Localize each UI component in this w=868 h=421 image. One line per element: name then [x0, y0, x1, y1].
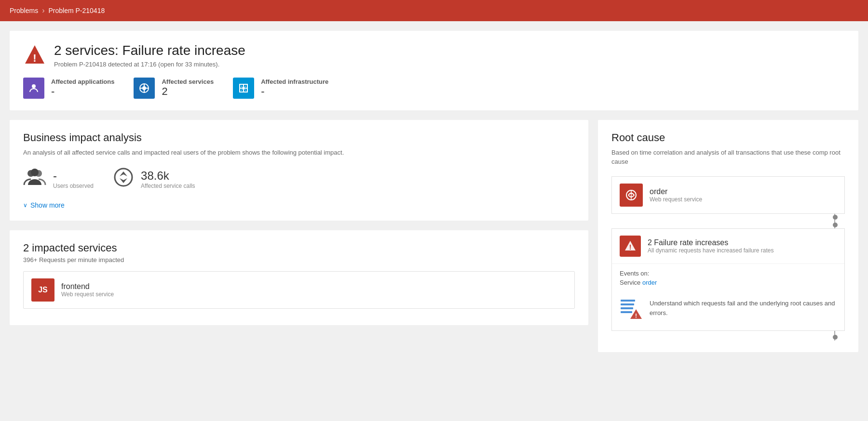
- users-label: Users observed: [53, 183, 94, 189]
- svg-point-2: [32, 84, 36, 88]
- chevron-down-icon: ∨: [23, 202, 27, 209]
- affected-applications-label: Affected applications: [51, 78, 114, 85]
- show-more-button[interactable]: ∨ Show more: [23, 201, 575, 209]
- affected-services-info: Affected services 2: [162, 78, 214, 98]
- events-service-row: Service order: [620, 279, 837, 286]
- root-cause-service-container: order Web request service: [611, 176, 845, 228]
- affected-services-value: 2: [162, 85, 214, 98]
- affected-infrastructure-item: Affected infrastructure -: [233, 78, 328, 99]
- business-impact-title: Business impact analysis: [23, 132, 575, 144]
- breadcrumb: Problems › Problem P-210418: [0, 0, 868, 21]
- affected-services-label: Affected services: [162, 78, 214, 85]
- main-container: ! 2 services: Failure rate increase Prob…: [0, 21, 868, 362]
- alert-triangle-icon: !: [23, 43, 46, 66]
- understand-text: Understand which requests fail and the u…: [650, 299, 837, 317]
- affected-services-item: Affected services 2: [134, 78, 214, 99]
- events-section: Events on: Service order: [612, 264, 844, 330]
- service-calls-value: 38.6k: [141, 169, 195, 183]
- frontend-icon-text: JS: [38, 286, 48, 294]
- problem-title-text: 2 services: Failure rate increase Proble…: [54, 42, 245, 68]
- failure-header: ! 2 Failure rate increases All dynamic r…: [612, 229, 844, 264]
- impacted-services-title: 2 impacted services: [23, 242, 575, 254]
- frontend-service-icon: JS: [31, 278, 54, 302]
- order-service-info: order Web request service: [650, 187, 702, 203]
- metrics-row: - Users observed: [23, 167, 575, 192]
- svg-text:!: !: [33, 52, 36, 64]
- root-cause-desc: Based on time correlation and analysis o…: [611, 148, 845, 167]
- root-cause-title: Root cause: [611, 132, 845, 144]
- affected-applications-value: -: [51, 85, 114, 98]
- failure-box: ! 2 Failure rate increases All dynamic r…: [611, 228, 845, 331]
- events-on-label: Events on:: [620, 270, 837, 277]
- breadcrumb-separator: ›: [42, 6, 44, 15]
- root-cause-panel: Root cause Based on time correlation and…: [598, 120, 858, 352]
- failure-sub: All dynamic requests have increased fail…: [648, 247, 773, 254]
- problem-title-row: ! 2 services: Failure rate increase Prob…: [23, 42, 845, 68]
- users-value: -: [53, 169, 94, 183]
- service-calls-metric: 38.6k Affected service calls: [113, 167, 195, 192]
- affected-row: Affected applications -: [23, 78, 845, 99]
- users-metric: - Users observed: [23, 167, 94, 192]
- svg-point-4: [142, 86, 146, 90]
- order-service-item[interactable]: order Web request service: [611, 176, 845, 214]
- connector-section: [611, 214, 845, 228]
- affected-applications-info: Affected applications -: [51, 78, 114, 98]
- problem-header-card: ! 2 services: Failure rate increase Prob…: [10, 31, 858, 110]
- service-calls-icon: [113, 167, 134, 192]
- affected-applications-item: Affected applications -: [23, 78, 114, 99]
- bottom-connector: [611, 331, 845, 341]
- svg-text:!: !: [629, 243, 632, 251]
- service-calls-metric-text: 38.6k Affected service calls: [141, 169, 195, 189]
- failure-title: 2 Failure rate increases: [648, 238, 773, 247]
- failure-info: 2 Failure rate increases All dynamic req…: [648, 238, 773, 254]
- affected-services-icon: [134, 78, 155, 99]
- service-calls-label: Affected service calls: [141, 183, 195, 189]
- left-column: Business impact analysis An analysis of …: [10, 120, 588, 352]
- svg-rect-22: [621, 300, 635, 302]
- svg-rect-23: [621, 303, 634, 305]
- svg-text:!: !: [635, 313, 637, 319]
- users-metric-text: - Users observed: [53, 169, 94, 189]
- svg-point-17: [115, 169, 132, 186]
- events-service-label: Service: [620, 279, 640, 286]
- order-service-icon: [620, 184, 643, 207]
- understand-row: ! Understand which requests fail and the…: [620, 292, 837, 325]
- affected-infrastructure-info: Affected infrastructure -: [261, 78, 328, 98]
- affected-infrastructure-icon: [233, 78, 254, 99]
- frontend-service-info: frontend Web request service: [61, 282, 114, 298]
- svg-point-16: [31, 169, 39, 176]
- events-service-link[interactable]: order: [642, 279, 657, 286]
- understand-icon: !: [620, 297, 643, 320]
- frontend-service-name: frontend: [61, 282, 114, 291]
- business-impact-desc: An analysis of all affected service call…: [23, 148, 575, 158]
- affected-applications-icon: [23, 78, 44, 99]
- frontend-service-sub: Web request service: [61, 291, 114, 298]
- breadcrumb-current: Problem P-210418: [48, 7, 105, 14]
- connector-dot-bottom: [833, 223, 838, 227]
- impacted-services-subtitle: 396+ Requests per minute impacted: [23, 256, 575, 263]
- svg-rect-24: [621, 307, 633, 309]
- affected-infrastructure-label: Affected infrastructure: [261, 78, 328, 85]
- show-more-label: Show more: [30, 201, 65, 209]
- impacted-services-card: 2 impacted services 396+ Requests per mi…: [10, 230, 588, 325]
- problem-title: 2 services: Failure rate increase: [54, 42, 245, 59]
- business-impact-card: Business impact analysis An analysis of …: [10, 120, 588, 221]
- failure-icon: !: [620, 236, 641, 257]
- frontend-service-item[interactable]: JS frontend Web request service: [23, 271, 575, 309]
- problem-subtitle: Problem P-210418 detected at 17:16 (open…: [54, 61, 245, 68]
- right-column: Root cause Based on time correlation and…: [598, 120, 858, 352]
- two-column-layout: Business impact analysis An analysis of …: [10, 120, 858, 352]
- affected-infrastructure-value: -: [261, 85, 328, 98]
- users-icon: [23, 168, 46, 191]
- breadcrumb-parent[interactable]: Problems: [10, 7, 38, 14]
- connector-dot-top: [833, 215, 838, 220]
- order-service-name: order: [650, 187, 702, 196]
- bottom-connector-dot: [833, 335, 838, 340]
- order-service-sub: Web request service: [650, 196, 702, 203]
- svg-rect-25: [621, 311, 632, 313]
